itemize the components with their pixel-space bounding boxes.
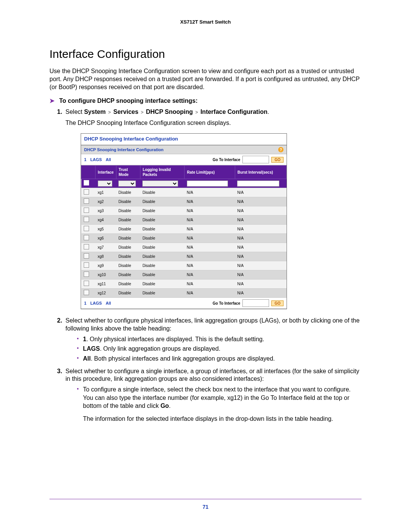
cell-trust-mode: Disable xyxy=(116,234,140,243)
cell-rate-limit: N/A xyxy=(185,289,235,298)
cell-burst-interval: N/A xyxy=(235,206,286,216)
footer-divider xyxy=(49,499,362,499)
cell-logging: Disable xyxy=(140,206,184,216)
filter-burst-interval[interactable] xyxy=(237,181,279,187)
cell-burst-interval: N/A xyxy=(235,225,286,234)
cell-trust-mode: Disable xyxy=(116,243,140,252)
cell-logging: Disable xyxy=(140,234,184,243)
cell-logging: Disable xyxy=(140,280,184,289)
table-row: xg5DisableDisableN/AN/A xyxy=(81,225,287,234)
interface-table: Interface Trust Mode Logging Invalid Pac… xyxy=(81,165,287,298)
row-checkbox[interactable] xyxy=(84,198,89,204)
step3-bullet-1-note: The information for the selected interfa… xyxy=(83,415,362,423)
row-checkbox[interactable] xyxy=(84,290,89,295)
cell-burst-interval: N/A xyxy=(235,243,286,252)
cell-interface: xg4 xyxy=(96,216,116,225)
arrow-icon: ➤ xyxy=(49,97,54,104)
cell-logging: Disable xyxy=(140,188,184,197)
nav-link-lags-bottom[interactable]: LAGS xyxy=(90,300,102,306)
cell-trust-mode: Disable xyxy=(116,280,140,289)
nav-link-all-bottom[interactable]: All xyxy=(106,300,111,306)
nav-link-lags[interactable]: LAGS xyxy=(90,157,102,162)
step-1: 1. Select System > Services > DHCP Snoop… xyxy=(57,108,362,309)
row-checkbox[interactable] xyxy=(84,262,89,268)
cell-trust-mode: Disable xyxy=(116,197,140,206)
goto-input-bottom[interactable] xyxy=(242,299,269,307)
cell-trust-mode: Disable xyxy=(116,261,140,270)
step-1-note: The DHCP Snooping Interface Configuratio… xyxy=(65,119,362,127)
cell-rate-limit: N/A xyxy=(185,197,235,206)
cell-rate-limit: N/A xyxy=(185,188,235,197)
cell-logging: Disable xyxy=(140,197,184,206)
cell-interface: xg9 xyxy=(96,261,116,270)
cell-burst-interval: N/A xyxy=(235,234,286,243)
ui-screenshot: DHCP Snooping Interface Configuration DH… xyxy=(81,133,287,309)
cell-rate-limit: N/A xyxy=(185,280,235,289)
cell-trust-mode: Disable xyxy=(116,188,140,197)
filter-rate-limit[interactable] xyxy=(187,181,228,187)
nav-link-1[interactable]: 1 xyxy=(84,157,86,162)
go-button-bottom[interactable]: GO xyxy=(271,300,284,306)
cell-logging: Disable xyxy=(140,216,184,225)
nav-link-all[interactable]: All xyxy=(106,157,111,162)
step-2: 2. Select whether to configure physical … xyxy=(57,317,362,363)
goto-label-bottom: Go To Interface xyxy=(213,301,241,306)
nav-link-1-bottom[interactable]: 1 xyxy=(84,300,86,306)
cell-logging: Disable xyxy=(140,243,184,252)
go-button-top[interactable]: GO xyxy=(271,157,284,163)
cell-trust-mode: Disable xyxy=(116,225,140,234)
cell-interface: xg7 xyxy=(96,243,116,252)
filter-interface[interactable] xyxy=(98,181,112,187)
cell-interface: xg8 xyxy=(96,252,116,261)
table-row: xg8DisableDisableN/AN/A xyxy=(81,252,287,261)
table-row: xg2DisableDisableN/AN/A xyxy=(81,197,287,206)
cell-burst-interval: N/A xyxy=(235,289,286,298)
row-checkbox[interactable] xyxy=(84,189,89,195)
filter-trust-mode[interactable] xyxy=(118,181,136,187)
step-1-path: System > Services > DHCP Snooping > Inte… xyxy=(84,109,268,115)
cell-interface: xg1 xyxy=(96,188,116,197)
th-burst-interval: Burst Interval(secs) xyxy=(235,166,286,179)
table-row: xg3DisableDisableN/AN/A xyxy=(81,206,287,216)
row-checkbox[interactable] xyxy=(84,217,89,222)
row-checkbox[interactable] xyxy=(84,235,89,240)
filter-logging[interactable] xyxy=(142,181,178,187)
row-checkbox[interactable] xyxy=(84,226,89,231)
row-checkbox[interactable] xyxy=(84,244,89,249)
table-row: xg1DisableDisableN/AN/A xyxy=(81,188,287,197)
cell-burst-interval: N/A xyxy=(235,216,286,225)
th-logging: Logging Invalid Packets xyxy=(140,166,184,179)
table-row: xg4DisableDisableN/AN/A xyxy=(81,216,287,225)
cell-rate-limit: N/A xyxy=(185,206,235,216)
step2-bullet-2: LAGS. Only link aggregation groups are d… xyxy=(77,345,362,353)
cell-interface: xg12 xyxy=(96,289,116,298)
cell-rate-limit: N/A xyxy=(185,261,235,270)
cell-interface: xg10 xyxy=(96,270,116,280)
row-checkbox[interactable] xyxy=(84,253,89,259)
cell-interface: xg2 xyxy=(96,197,116,206)
row-checkbox[interactable] xyxy=(84,208,89,213)
select-all-checkbox[interactable] xyxy=(84,180,89,185)
step-1-prefix: Select xyxy=(65,109,84,115)
goto-input-top[interactable] xyxy=(242,156,269,163)
cell-burst-interval: N/A xyxy=(235,261,286,270)
cell-logging: Disable xyxy=(140,289,184,298)
nav-row-top: 1 LAGS All Go To Interface GO xyxy=(81,154,287,165)
table-row: xg7DisableDisableN/AN/A xyxy=(81,243,287,252)
row-checkbox[interactable] xyxy=(84,272,89,277)
procedure-heading: ➤ To configure DHCP snooping interface s… xyxy=(49,97,362,104)
doc-header: XS712T Smart Switch xyxy=(49,19,362,25)
row-checkbox[interactable] xyxy=(84,281,89,286)
table-row: xg9DisableDisableN/AN/A xyxy=(81,261,287,270)
cell-rate-limit: N/A xyxy=(185,225,235,234)
cell-trust-mode: Disable xyxy=(116,252,140,261)
cell-rate-limit: N/A xyxy=(185,243,235,252)
step2-bullet-1: 1. Only physical interfaces are displaye… xyxy=(77,335,362,343)
cell-logging: Disable xyxy=(140,252,184,261)
help-icon[interactable]: ? xyxy=(278,147,284,152)
table-row: xg12DisableDisableN/AN/A xyxy=(81,289,287,298)
th-interface: Interface xyxy=(96,166,116,179)
nav-row-bottom: 1 LAGS All Go To Interface GO xyxy=(81,298,287,309)
th-rate-limit: Rate Limit(pps) xyxy=(185,166,235,179)
cell-trust-mode: Disable xyxy=(116,289,140,298)
